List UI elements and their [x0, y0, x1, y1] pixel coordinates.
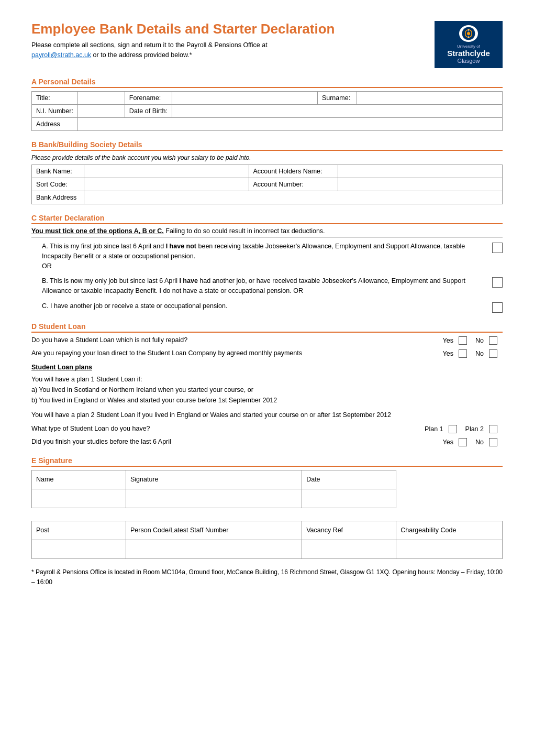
table-row: Bank Name: Account Holders Name: — [32, 165, 503, 178]
section-b-header: B Bank/Building Society Details — [31, 140, 503, 151]
page-header: Employee Bank Details and Starter Declar… — [31, 21, 503, 68]
q4-options: Yes No — [443, 438, 503, 446]
account-holders-value[interactable] — [338, 165, 503, 178]
declaration-warning: You must tick one of the options A, B or… — [31, 227, 503, 237]
table-row-post-values — [32, 540, 503, 558]
section-a-header: A Personal Details — [31, 78, 503, 88]
q3-plan1-checkbox[interactable] — [449, 425, 457, 433]
bank-name-value[interactable] — [84, 165, 249, 178]
q1-yes-checkbox[interactable] — [459, 336, 467, 345]
surname-value[interactable] — [357, 92, 502, 105]
account-holders-label: Account Holders Name: — [249, 165, 338, 178]
title-label: Title: — [32, 92, 78, 105]
bank-details-table: Bank Name: Account Holders Name: Sort Co… — [31, 165, 503, 204]
table-row-values — [32, 489, 503, 508]
q2-text: Are you repaying your loan direct to the… — [31, 349, 443, 358]
q1-text: Do you have a Student Loan which is not … — [31, 336, 443, 345]
warning-bold: You must tick one of the options A, B or… — [31, 227, 164, 235]
q4-no-checkbox[interactable] — [489, 438, 497, 446]
table-row-post-header: Post Person Code/Latest Staff Number Vac… — [32, 521, 503, 540]
option-c-checkbox[interactable] — [492, 302, 503, 313]
dob-value[interactable] — [172, 105, 502, 118]
student-loan-q1: Do you have a Student Loan which is not … — [31, 336, 503, 345]
q2-options: Yes No — [443, 349, 503, 358]
page-subtitle: Please complete all sections, sign and r… — [31, 40, 424, 60]
col-signature: Signature — [126, 470, 302, 489]
option-a-text: A. This is my first job since last 6 Apr… — [42, 242, 492, 271]
table-row: Sort Code: Account Number: — [32, 178, 503, 191]
student-loan-q2: Are you repaying your loan direct to the… — [31, 349, 503, 358]
bank-address-label: Bank Address — [32, 191, 84, 204]
forename-label: Forename: — [125, 92, 172, 105]
ni-value[interactable] — [77, 105, 125, 118]
spacer — [32, 508, 396, 521]
dob-label: Date of Birth: — [125, 105, 172, 118]
table-row-empty — [32, 508, 503, 521]
signature-value[interactable] — [126, 489, 302, 508]
logo-name-line2: Glasgow — [458, 58, 480, 64]
surname-label: Surname: — [317, 92, 357, 105]
vacancy-ref-value[interactable] — [302, 540, 396, 558]
declaration-option-c: C. I have another job or receive a state… — [31, 301, 503, 313]
declaration-option-b: B. This is now my only job but since las… — [31, 276, 503, 296]
col-chargeability: Chargeability Code — [396, 521, 503, 540]
person-code-value[interactable] — [126, 540, 302, 558]
title-value[interactable] — [77, 92, 125, 105]
date-value[interactable] — [302, 489, 396, 508]
section-e-header: E Signature — [31, 456, 503, 467]
ni-label: N.I. Number: — [32, 105, 78, 118]
bank-address-value[interactable] — [84, 191, 503, 204]
bank-name-label: Bank Name: — [32, 165, 84, 178]
section-d-header: D Student Loan — [31, 322, 503, 333]
student-loan-q3: What type of Student Loan do you have? P… — [31, 424, 503, 434]
q3-plan1-label: Plan 1 — [425, 425, 443, 433]
post-value[interactable] — [32, 540, 126, 558]
warning-normal: Failing to do so could result in incorre… — [165, 227, 325, 235]
q2-yes-label: Yes — [443, 350, 453, 357]
q4-yes-checkbox[interactable] — [459, 438, 467, 446]
name-value[interactable] — [32, 489, 126, 508]
plan-info-1: You will have a plan 1 Student Loan if: — [31, 376, 142, 383]
subtitle-line1: Please complete all sections, sign and r… — [31, 41, 268, 49]
col-person-code: Person Code/Latest Staff Number — [126, 521, 302, 540]
q3-options: Plan 1 Plan 2 — [425, 425, 503, 433]
q2-yes-checkbox[interactable] — [459, 349, 467, 358]
col-vacancy-ref: Vacancy Ref — [302, 521, 396, 540]
address-value[interactable] — [77, 118, 502, 131]
header-text-block: Employee Bank Details and Starter Declar… — [31, 21, 424, 60]
q1-no-checkbox[interactable] — [489, 336, 497, 345]
q4-no-label: No — [475, 439, 484, 446]
personal-details-table: Title: Forename: Surname: N.I. Number: D… — [31, 91, 503, 131]
q2-no-checkbox[interactable] — [489, 349, 497, 358]
page-title: Employee Bank Details and Starter Declar… — [31, 21, 424, 37]
section-b-subtitle: Please provide details of the bank accou… — [31, 154, 503, 161]
table-row: Address — [32, 118, 503, 131]
signature-table: Name Signature Date Post Person Code/Lat… — [31, 470, 503, 559]
declaration-option-a: A. This is my first job since last 6 Apr… — [31, 242, 503, 271]
logo-name-line1: Strathclyde — [447, 49, 490, 58]
col-name: Name — [32, 470, 126, 489]
table-row: Bank Address — [32, 191, 503, 204]
account-number-value[interactable] — [338, 178, 503, 191]
forename-value[interactable] — [172, 92, 317, 105]
q3-plan2-checkbox[interactable] — [489, 425, 497, 433]
sort-code-label: Sort Code: — [32, 178, 84, 191]
col-date: Date — [302, 470, 396, 489]
account-number-label: Account Number: — [249, 178, 338, 191]
option-c-text: C. I have another job or receive a state… — [42, 301, 492, 311]
email-link[interactable]: payroll@strath.ac.uk — [31, 51, 91, 59]
table-row: N.I. Number: Date of Birth: — [32, 105, 503, 118]
option-a-content: A. This is my first job since last 6 Apr… — [42, 243, 465, 260]
university-logo: University of Strathclyde Glasgow — [435, 21, 503, 68]
table-row-header: Name Signature Date — [32, 470, 503, 489]
option-b-text: B. This is now my only job but since las… — [42, 276, 492, 296]
option-a-checkbox[interactable] — [492, 243, 503, 253]
sort-code-value[interactable] — [84, 178, 249, 191]
plan-info-2: You will have a plan 2 Student Loan if y… — [31, 410, 503, 420]
subtitle-line2: or to the address provided below.* — [91, 51, 192, 59]
footer-note: * Payroll & Pensions Office is located i… — [31, 567, 503, 587]
option-b-checkbox[interactable] — [492, 277, 503, 288]
plans-title: Student Loan plans — [31, 364, 503, 371]
chargeability-code-value[interactable] — [396, 540, 503, 558]
q3-plan2-label: Plan 2 — [465, 425, 484, 433]
